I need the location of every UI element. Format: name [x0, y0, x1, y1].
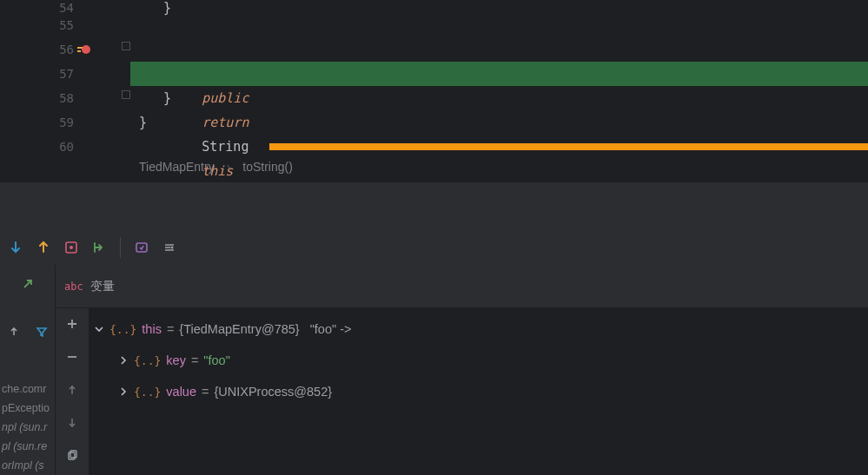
fold-handle[interactable]	[122, 42, 130, 50]
line-number: 57	[39, 62, 74, 86]
trace-button[interactable]	[129, 235, 154, 260]
filter-icon[interactable]	[36, 326, 48, 341]
variables-type-icon: abc	[64, 280, 83, 293]
breadcrumb-method[interactable]: toString()	[242, 160, 293, 174]
frame-entry[interactable]: npl (sun.r	[0, 418, 56, 437]
evaluate-expression-button[interactable]	[59, 235, 83, 260]
chevron-right-icon[interactable]	[118, 355, 129, 366]
remove-watch-button[interactable]	[62, 346, 83, 367]
variable-this[interactable]: {..} this = {TiedMapEntry@785} "foo" ->	[89, 313, 868, 345]
line-number: 56	[39, 37, 74, 62]
fold-handle[interactable]	[122, 90, 130, 99]
chevron-right-icon[interactable]	[118, 386, 129, 397]
variables-tree[interactable]: {..} this = {TiedMapEntry@785} "foo" -> …	[89, 308, 868, 475]
line-number: 55	[39, 13, 74, 37]
svg-rect-7	[69, 452, 75, 459]
line-number: 59	[39, 110, 74, 135]
svg-rect-1	[77, 47, 83, 49]
previous-frame-button[interactable]	[8, 326, 20, 341]
object-icon: {..}	[109, 323, 136, 336]
code-line-57-execution: return this . getKey () + "=" + this . g…	[130, 62, 868, 86]
move-up-button[interactable]	[62, 379, 83, 400]
copy-button[interactable]	[62, 445, 83, 466]
expand-icon[interactable]	[21, 277, 35, 294]
variable-key[interactable]: {..} key = "foo"	[89, 345, 868, 376]
frame-entry[interactable]: pl (sun.re	[0, 437, 56, 456]
editor-gutter: 54 55 56 57 58 59 60	[0, 0, 130, 152]
toolbar-separator	[120, 237, 121, 258]
run-to-cursor-button[interactable]	[87, 235, 111, 260]
frame-entry[interactable]: orImpl (s	[0, 456, 56, 475]
code-lines[interactable]: } public String toString () { return thi…	[130, 0, 868, 152]
variable-value[interactable]: {..} value = {UNIXProcess@852}	[89, 376, 868, 407]
settings-button[interactable]	[157, 235, 182, 260]
svg-rect-5	[136, 243, 147, 252]
object-icon: {..}	[134, 386, 161, 399]
svg-point-6	[171, 247, 174, 249]
line-number: 60	[39, 135, 74, 159]
code-line-56: public String toString () {	[130, 37, 868, 62]
variables-title: 变量	[90, 279, 115, 294]
chevron-down-icon[interactable]	[94, 324, 104, 334]
variables-toolbar	[56, 308, 89, 475]
horizontal-scrollbar[interactable]	[269, 143, 868, 150]
svg-point-4	[70, 246, 73, 249]
line-number: 58	[39, 86, 74, 110]
debug-variables-panel: che.comr pExceptio npl (sun.r pl (sun.re…	[0, 265, 868, 475]
object-icon: {..}	[134, 354, 161, 367]
editor-breadcrumb[interactable]: TiedMapEntry › toString()	[0, 152, 868, 181]
variables-header: abc 变量	[56, 265, 868, 308]
svg-rect-2	[77, 50, 81, 52]
add-watch-button[interactable]	[62, 313, 83, 334]
svg-point-0	[82, 45, 90, 54]
code-editor: 54 55 56 57 58 59 60 } public String	[0, 0, 868, 182]
frames-sidebar[interactable]: che.comr pExceptio npl (sun.r pl (sun.re…	[0, 265, 56, 475]
frame-entry[interactable]: pExceptio	[0, 399, 56, 418]
svg-rect-8	[70, 451, 76, 458]
panel-resizer[interactable]	[0, 182, 868, 230]
breakpoint-icon[interactable]	[76, 37, 92, 62]
frame-entry[interactable]: che.comr	[0, 379, 56, 399]
debug-toolbar	[0, 230, 868, 265]
move-down-button[interactable]	[62, 412, 83, 433]
step-over-button[interactable]	[3, 235, 28, 260]
step-out-button[interactable]	[31, 235, 56, 260]
